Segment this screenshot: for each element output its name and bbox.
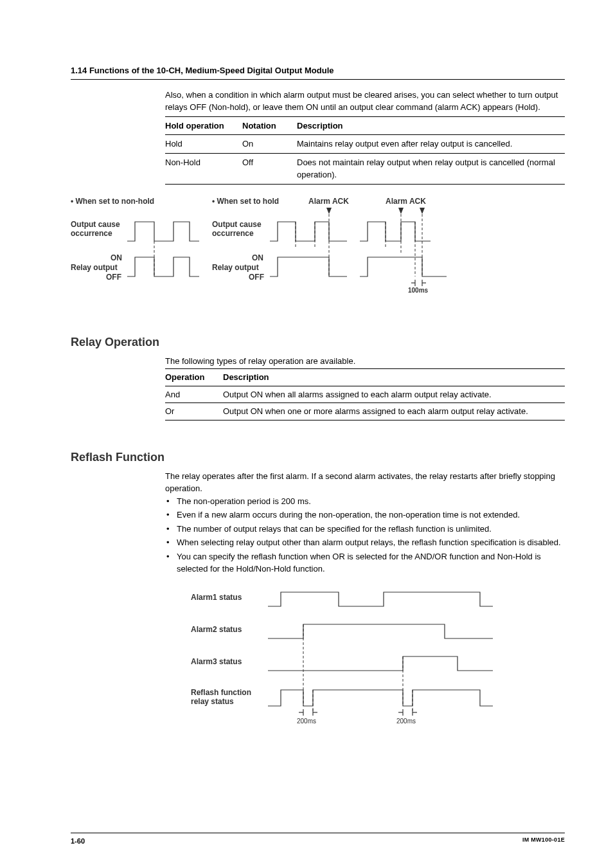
list-item: Even if a new alarm occurs during the no…	[165, 509, 565, 521]
section-title: 1.14 Functions of the 10-CH, Medium-Spee…	[71, 66, 334, 75]
th-description: Description	[297, 116, 565, 135]
cell-nonhold: Non-Hold	[165, 153, 242, 184]
list-item: The non-operation period is 200 ms.	[165, 495, 565, 508]
cell-desc: Does not maintain relay output when rela…	[297, 153, 565, 184]
relay-output-label: Relay output	[212, 263, 259, 272]
cell-desc: Output ON when all alarms assigned to ea…	[223, 386, 565, 403]
reflash-heading: Reflash Function	[71, 449, 565, 466]
off-label: OFF	[249, 273, 264, 282]
output-cause-label2: occurrence	[212, 229, 254, 238]
doc-id: IM MW100-01E	[522, 836, 565, 847]
relay-operation-table: Operation Description And Output ON when…	[165, 368, 565, 420]
hold-operation-table: Hold operation Notation Description Hold…	[165, 116, 565, 185]
reflash-fn-label1: Reflash function	[191, 688, 251, 697]
list-item: You can specify the reflash function whe…	[165, 550, 565, 575]
cell-or: Or	[165, 403, 223, 420]
relay-op-intro: The following types of relay operation a…	[165, 355, 565, 368]
page-footer: 1-60 IM MW100-01E	[71, 833, 565, 847]
hold-title: • When set to hold	[212, 197, 279, 206]
th-notation: Notation	[242, 116, 297, 135]
alarm3-label: Alarm3 status	[191, 657, 242, 666]
reflash-intro: The relay operates after the first alarm…	[165, 470, 565, 495]
200ms-label: 200ms	[297, 718, 316, 725]
table-row: And Output ON when all alarms assigned t…	[165, 386, 565, 403]
output-cause-label: Output cause	[212, 220, 262, 229]
nonhold-title: • When set to non-hold	[71, 197, 154, 206]
cell-on: On	[242, 135, 297, 154]
output-cause-label2: occurrence	[71, 229, 112, 238]
cell-hold: Hold	[165, 135, 242, 154]
list-item: The number of output relays that can be …	[165, 523, 565, 536]
100ms-label: 100ms	[408, 287, 429, 294]
table-row: Or Output ON when one or more alarms ass…	[165, 403, 565, 420]
th-description: Description	[223, 369, 565, 386]
on-label: ON	[111, 253, 122, 262]
th-hold-operation: Hold operation	[165, 116, 242, 135]
relay-operation-heading: Relay Operation	[71, 334, 565, 351]
output-cause-label: Output cause	[71, 220, 120, 229]
cell-off: Off	[242, 153, 297, 184]
reflash-timing-diagram: Alarm1 status Alarm2 status Alarm3 statu…	[191, 587, 525, 735]
off-label: OFF	[106, 273, 121, 282]
alarm1-label: Alarm1 status	[191, 593, 242, 602]
relay-output-label: Relay output	[71, 263, 118, 272]
cell-desc: Output ON when one or more alarms assign…	[223, 403, 565, 420]
th-operation: Operation	[165, 369, 223, 386]
down-arrow-icon	[420, 208, 425, 214]
alarm-ack-label: Alarm ACK	[386, 197, 426, 206]
intro-para: Also, when a condition in which alarm ou…	[165, 89, 565, 114]
down-arrow-icon	[398, 208, 404, 214]
on-label: ON	[252, 253, 263, 262]
reflash-fn-label2: relay status	[191, 697, 234, 706]
cell-and: And	[165, 386, 223, 403]
section-header: 1.14 Functions of the 10-CH, Medium-Spee…	[71, 64, 565, 80]
table-header-row: Operation Description	[165, 369, 565, 386]
down-arrow-icon	[326, 208, 332, 214]
table-row: Hold On Maintains relay output even afte…	[165, 135, 565, 154]
list-item: When selecting relay output other than a…	[165, 536, 565, 549]
table-row: Non-Hold Off Does not maintain relay out…	[165, 153, 565, 184]
cell-desc: Maintains relay output even after relay …	[297, 135, 565, 154]
200ms-label: 200ms	[396, 718, 416, 725]
table-header-row: Hold operation Notation Description	[165, 116, 565, 135]
reflash-bullet-list: The non-operation period is 200 ms. Even…	[165, 495, 565, 575]
alarm-ack-label: Alarm ACK	[308, 197, 349, 206]
alarm2-label: Alarm2 status	[191, 625, 242, 634]
hold-timing-diagram: • When set to non-hold • When set to hol…	[71, 196, 469, 305]
page-number: 1-60	[71, 836, 85, 847]
